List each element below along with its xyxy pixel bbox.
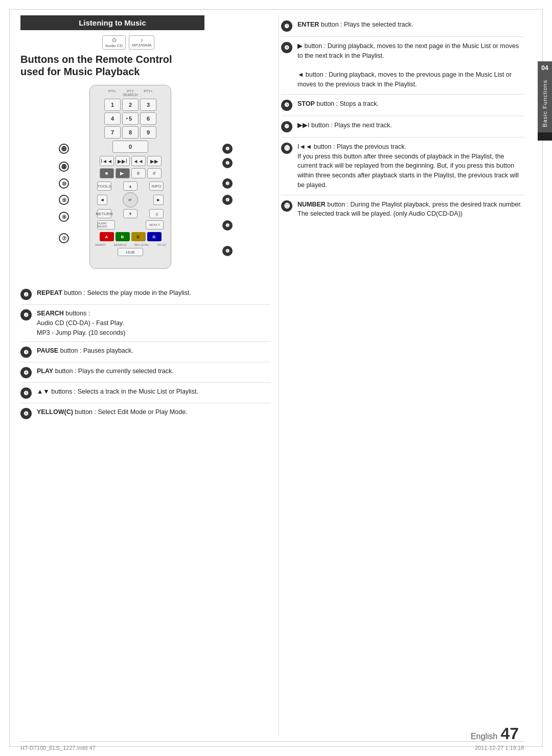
right-column: ❼ ENTER button : Plays the selected trac… <box>281 15 524 223</box>
section-title-line2: used for Music Playback <box>20 66 271 78</box>
footer-right: 2011-12-27 1:19:18 <box>475 745 524 751</box>
btn-play[interactable]: ▶· <box>116 168 130 178</box>
bnlevel-label: BN.LEVEL <box>134 243 149 246</box>
btn-yellow-c[interactable]: C <box>131 232 146 241</box>
smart-label: SMART <box>95 243 106 246</box>
callout-2: ❷ <box>222 158 233 168</box>
playback-row: ■ ▶· II ↺ <box>100 168 162 178</box>
desc-num-2: ❷ <box>20 309 32 320</box>
page-number-area: English 47 <box>471 724 519 743</box>
smart-row: SMART SEARCH BN.LEVEL TO 10 <box>95 243 166 246</box>
desc-text-3: PAUSE button : Pauses playback. <box>37 346 271 356</box>
callout-9: ⑨ <box>59 195 69 205</box>
desc-text-4: PLAY button : Plays the currently select… <box>37 366 271 376</box>
remote-body: PTY- PTY SEARCH PTY+ 1 2 3 4 5 6 7 8 9 <box>89 85 171 269</box>
desc-item-3: ❸ PAUSE button : Pauses playback. <box>20 342 271 362</box>
hub-row: HUB <box>93 248 168 256</box>
btn-3[interactable]: 3 <box>140 99 156 111</box>
number-pad: 1 2 3 4 5 6 7 8 9 <box>104 99 156 139</box>
side-tab: 04 Basic Functions <box>538 61 552 141</box>
btn-right-arrow[interactable]: ► <box>153 195 164 205</box>
right-text-11: I◄◄ button : Plays the previous track. I… <box>297 142 524 190</box>
btn-5[interactable]: 5 <box>122 112 139 125</box>
callout-6: ❻ <box>222 246 233 256</box>
page-number: 47 <box>500 724 519 743</box>
left-column: Listening to Music ⊙ Audio CD ♪ MP3/WMA … <box>20 15 271 423</box>
right-text-12: NUMBER button : During the Playlist play… <box>297 200 524 219</box>
desc-num-4: ❹ <box>20 367 32 378</box>
desc-num-6: ❻ <box>20 408 32 419</box>
chapter-label: Basic Functions <box>539 75 550 132</box>
dpad-bottom-row: RETURN ▼ -|| <box>97 209 164 218</box>
desc-num-5: ❺ <box>20 387 32 399</box>
btn-tools[interactable]: TOOLS <box>97 181 111 191</box>
btn-pause[interactable]: II <box>131 168 146 178</box>
section-header: Listening to Music <box>20 15 204 30</box>
callout-10: ⑩ <box>59 178 69 189</box>
btn-green-b[interactable]: B <box>116 232 130 241</box>
desc-text-2: SEARCH buttons :Audio CD (CD-DA) - Fast … <box>37 309 271 337</box>
btn-info[interactable]: INFO <box>149 181 164 191</box>
dpad-top-row: TOOLS ▲ INFO <box>97 181 164 191</box>
right-text-10: ▶▶I button : Plays the next track. <box>297 121 524 130</box>
chapter-number: 04 <box>541 61 548 75</box>
callout-1: ❶ <box>222 144 233 154</box>
btn-prev-track[interactable]: I◄◄ <box>100 156 114 166</box>
surround-row: SURR. MUSIC MOVI.T <box>97 220 164 230</box>
mp3-wma-icon: ♪ MP3/WMA <box>129 35 154 50</box>
btn-movi[interactable]: MOVI.T <box>146 220 164 230</box>
btn-blue-d[interactable]: D <box>147 232 162 241</box>
callout-5: ❺ <box>222 220 233 231</box>
right-item-10: ❿ ▶▶I button : Plays the next track. <box>281 116 524 138</box>
btn-stop[interactable]: ■ <box>100 168 114 178</box>
btn-next-track[interactable]: ▶▶I <box>116 156 130 166</box>
right-num-11: ⓫ <box>281 143 292 154</box>
btn-1[interactable]: 1 <box>104 99 121 111</box>
btn-6[interactable]: 6 <box>140 112 156 125</box>
desc-item-6: ❻ YELLOW(C) button : Select Edit Mode or… <box>20 403 271 423</box>
btn-left-arrow[interactable]: ◄ <box>97 195 107 205</box>
desc-item-4: ❹ PLAY button : Plays the currently sele… <box>20 362 271 383</box>
btn-4[interactable]: 4 <box>104 112 121 125</box>
pty-labels: PTY- PTY SEARCH PTY+ <box>93 89 168 97</box>
dpad-center-row: ◄ ↵ ► <box>97 192 164 208</box>
btn-repeat[interactable]: ↺ <box>147 168 162 178</box>
btn-mute[interactable]: -|| <box>149 209 164 218</box>
right-num-8: ❽ <box>281 42 292 53</box>
search-label: SEARCH <box>114 243 127 246</box>
callout-4: ❹ <box>222 195 233 205</box>
bottom-descriptions: ❶ REPEAT button : Selects the play mode … <box>20 284 271 423</box>
column-divider <box>279 15 279 736</box>
right-item-9: ❾ STOP button : Stops a track. <box>281 95 524 116</box>
desc-text-6: YELLOW(C) button : Select Edit Mode or P… <box>37 407 271 417</box>
btn-up-arrow[interactable]: ▲ <box>123 181 137 191</box>
right-num-10: ❿ <box>281 121 292 132</box>
to10-label: TO 10 <box>157 243 166 246</box>
btn-return[interactable]: RETURN <box>97 209 111 218</box>
btn-2[interactable]: 2 <box>122 99 139 111</box>
btn-0[interactable]: 0 <box>112 141 148 153</box>
right-item-8: ❽ ▶ button : During playback, moves to t… <box>281 37 524 95</box>
footer-left: HT-D7100_ELS_1227.indd 47 <box>20 745 96 751</box>
btn-9[interactable]: 9 <box>140 126 156 139</box>
main-content: Listening to Music ⊙ Audio CD ♪ MP3/WMA … <box>20 15 524 736</box>
btn-8[interactable]: 8 <box>122 126 139 139</box>
btn-red-a[interactable]: A <box>100 232 114 241</box>
side-tab-accent <box>538 132 552 141</box>
zero-row: 0 <box>93 141 168 153</box>
desc-item-2: ❷ SEARCH buttons :Audio CD (CD-DA) - Fas… <box>20 305 271 342</box>
btn-7[interactable]: 7 <box>104 126 121 139</box>
callout-3: ❸ <box>222 178 233 189</box>
btn-enter[interactable]: ↵ <box>123 192 138 208</box>
media-icons: ⊙ Audio CD ♪ MP3/WMA <box>102 35 271 50</box>
btn-down-arrow[interactable]: ▼ <box>123 209 137 218</box>
right-text-8: ▶ button : During playback, moves to the… <box>297 41 524 89</box>
desc-text-5: ▲▼ buttons : Selects a track in the Musi… <box>37 387 271 397</box>
right-num-7: ❼ <box>281 20 292 32</box>
btn-hub[interactable]: HUB <box>118 248 143 256</box>
btn-ffwd[interactable]: ▶▶ <box>147 156 162 166</box>
desc-item-5: ❺ ▲▼ buttons : Selects a track in the Mu… <box>20 383 271 403</box>
btn-rewind[interactable]: ◄◄ <box>131 156 146 166</box>
right-item-11: ⓫ I◄◄ button : Plays the previous track.… <box>281 138 524 195</box>
btn-surround[interactable]: SURR. MUSIC <box>97 220 115 230</box>
